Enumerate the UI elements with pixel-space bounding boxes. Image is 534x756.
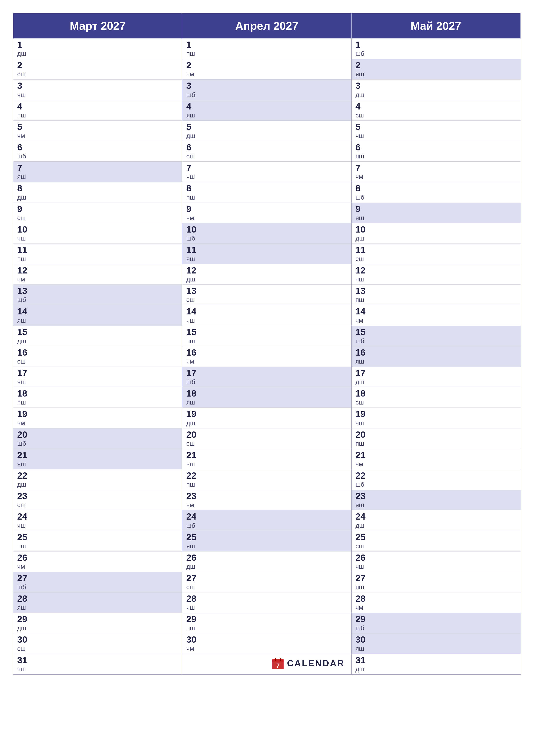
day-cell: 3шб: [182, 79, 351, 100]
day-cell: 1дш: [13, 39, 182, 59]
day-number: 17: [355, 368, 517, 378]
day-cell: 23сш: [13, 490, 182, 510]
day-number: 29: [355, 614, 517, 624]
day-cell: 30яш: [352, 633, 521, 654]
day-number: 2: [355, 60, 517, 70]
day-number: 2: [17, 60, 178, 70]
day-abbr: яш: [186, 111, 347, 119]
day-number: 12: [17, 265, 178, 275]
day-abbr: шб: [186, 378, 347, 386]
day-cell: 31дш: [352, 654, 521, 674]
day-cell: 14чш: [182, 305, 351, 325]
day-cell: 6пш: [352, 141, 521, 161]
day-cell: 7чм: [352, 161, 521, 182]
day-cell: 17чш: [13, 366, 182, 387]
day-abbr: чм: [355, 604, 517, 611]
calendar-label-text: CALENDAR: [287, 658, 345, 668]
day-number: 28: [355, 594, 517, 604]
day-cell: 16сш: [13, 346, 182, 366]
day-number: 21: [17, 450, 178, 460]
day-abbr: сш: [355, 398, 517, 406]
day-number: 5: [186, 122, 347, 132]
day-abbr: чш: [355, 419, 517, 427]
day-number: 4: [186, 101, 347, 111]
day-number: 21: [186, 450, 347, 460]
day-number: 22: [17, 471, 178, 481]
day-abbr: чм: [186, 70, 347, 78]
day-abbr: дш: [17, 624, 178, 632]
day-cell: 24шб: [182, 510, 351, 530]
day-cell: 2сш: [13, 59, 182, 79]
day-cell: 13сш: [182, 284, 351, 305]
day-number: 2: [186, 60, 347, 70]
day-number: 15: [17, 327, 178, 337]
day-abbr: пш: [17, 255, 178, 263]
day-abbr: сш: [186, 583, 347, 591]
day-number: 26: [17, 553, 178, 563]
day-abbr: дш: [355, 91, 517, 99]
day-number: 10: [355, 225, 517, 234]
day-cell: 25яш: [182, 531, 351, 551]
day-number: 1: [17, 40, 178, 50]
day-number: 7: [17, 163, 178, 173]
day-cell: 3чш: [13, 79, 182, 100]
day-cell: 26дш: [182, 551, 351, 572]
day-cell: 22дш: [13, 469, 182, 490]
day-cell: 19чм: [13, 408, 182, 428]
day-cell: 6сш: [182, 141, 351, 161]
day-number: 10: [17, 225, 178, 234]
day-number: 13: [186, 286, 347, 296]
day-number: 24: [17, 512, 178, 522]
day-number: 11: [186, 245, 347, 255]
day-abbr: сш: [186, 440, 347, 447]
day-abbr: дш: [355, 234, 517, 242]
day-abbr: пш: [17, 111, 178, 119]
day-cell: 18яш: [182, 387, 351, 408]
day-abbr: сш: [17, 501, 178, 509]
day-abbr: яш: [355, 70, 517, 78]
day-number: 18: [17, 389, 178, 398]
day-abbr: яш: [355, 358, 517, 365]
day-abbr: сш: [17, 214, 178, 222]
day-abbr: сш: [186, 152, 347, 160]
day-number: 8: [355, 183, 517, 193]
day-abbr: дш: [17, 50, 178, 58]
day-abbr: дш: [17, 481, 178, 488]
day-cell: 19чш: [352, 408, 521, 428]
day-number: 29: [186, 614, 347, 624]
day-abbr: чм: [355, 173, 517, 180]
day-abbr: шб: [17, 296, 178, 304]
day-abbr: сш: [17, 645, 178, 653]
day-abbr: пш: [186, 481, 347, 488]
day-number: 28: [17, 594, 178, 604]
day-number: 9: [17, 204, 178, 214]
day-abbr: пш: [355, 583, 517, 591]
day-number: 26: [355, 553, 517, 563]
day-abbr: чм: [17, 132, 178, 140]
month-header-march: Март 2027: [13, 14, 182, 39]
day-abbr: сш: [355, 542, 517, 550]
day-abbr: пш: [186, 624, 347, 632]
day-abbr: пш: [355, 440, 517, 447]
day-abbr: пш: [17, 398, 178, 406]
day-abbr: пш: [355, 296, 517, 304]
day-abbr: шб: [355, 194, 517, 201]
day-cell: 4сш: [352, 100, 521, 121]
day-number: 27: [355, 573, 517, 583]
day-number: 19: [186, 409, 347, 419]
day-abbr: сш: [17, 70, 178, 78]
day-number: 3: [355, 81, 517, 91]
day-cell: 29дш: [13, 613, 182, 633]
day-abbr: яш: [186, 542, 347, 550]
day-cell: 6шб: [13, 141, 182, 161]
day-number: 23: [186, 491, 347, 501]
day-abbr: дш: [186, 132, 347, 140]
day-number: 3: [186, 81, 347, 91]
day-cell: 11сш: [352, 244, 521, 264]
day-abbr: яш: [355, 501, 517, 509]
march-days-column: 1дш2сш3чш4пш5чм6шб7яш8дш9сш10чш11пш12чм1…: [13, 39, 182, 674]
day-abbr: яш: [17, 460, 178, 468]
day-cell: 14чм: [352, 305, 521, 325]
day-number: 8: [186, 183, 347, 193]
month-header-may: Май 2027: [352, 14, 521, 39]
